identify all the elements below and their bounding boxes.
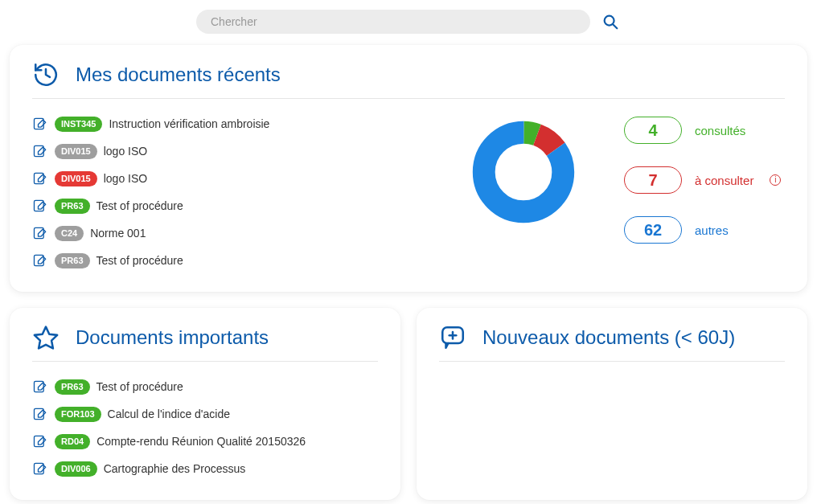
doc-label: Norme 001 <box>90 227 146 240</box>
newdocs-title: Nouveaux documents (< 60J) <box>482 326 735 349</box>
list-item[interactable]: RD04Compte-rendu Réunion Qualité 2015032… <box>32 428 378 455</box>
doc-label: Cartographie des Processus <box>104 462 246 475</box>
doc-tag: FOR103 <box>55 407 101 422</box>
edit-icon <box>32 143 48 159</box>
doc-tag: RD04 <box>55 434 90 449</box>
edit-icon <box>32 379 48 395</box>
stat-label: autres <box>695 223 729 237</box>
list-item[interactable]: PR63Test of procédure <box>32 373 378 400</box>
recent-list: INST345Instruction vérification ambroisi… <box>32 110 423 274</box>
stat-row: 4consultés <box>624 117 785 144</box>
list-item[interactable]: PR63Test of procédure <box>32 192 423 219</box>
list-item[interactable]: C24Norme 001 <box>32 219 423 247</box>
recent-title: Mes documents récents <box>76 64 281 86</box>
search-button[interactable] <box>600 11 621 32</box>
search-input[interactable] <box>196 10 590 34</box>
search-bar <box>10 10 807 34</box>
edit-icon <box>32 406 48 422</box>
search-icon <box>601 13 619 31</box>
edit-icon <box>32 252 48 268</box>
important-header: Documents importants <box>32 324 378 362</box>
doc-label: logo ISO <box>104 172 147 185</box>
important-list: PR63Test of procédureFOR103Calcul de l'i… <box>32 373 378 482</box>
edit-icon <box>32 170 48 186</box>
stat-value[interactable]: 7 <box>624 166 682 194</box>
doc-tag: PR63 <box>55 199 90 214</box>
important-documents-card: Documents importants PR63Test of procédu… <box>10 308 400 500</box>
important-title: Documents importants <box>76 326 269 349</box>
recent-header: Mes documents récents <box>32 61 785 99</box>
stat-label: consultés <box>695 124 745 137</box>
doc-label: Test of procédure <box>96 254 183 267</box>
doc-label: logo ISO <box>104 145 147 158</box>
stats-area: 4consultés7à consulteri62autres <box>624 110 785 244</box>
edit-icon <box>32 198 48 214</box>
list-item[interactable]: DIV015logo ISO <box>32 165 423 192</box>
doc-tag: DIV006 <box>55 461 97 477</box>
doc-label: Calcul de l'indice d'acide <box>108 408 230 420</box>
stat-value[interactable]: 62 <box>624 216 682 244</box>
stat-row: 62autres <box>624 216 785 244</box>
history-icon <box>32 61 60 88</box>
donut-chart <box>431 110 616 224</box>
doc-tag: PR63 <box>55 253 90 268</box>
doc-label: Compte-rendu Réunion Qualité 20150326 <box>96 435 306 448</box>
doc-tag: DIV015 <box>55 144 97 159</box>
doc-label: Test of procédure <box>96 380 183 393</box>
svg-line-1 <box>614 25 618 29</box>
list-item[interactable]: DIV015logo ISO <box>32 137 423 165</box>
list-item[interactable]: DIV006Cartographie des Processus <box>32 455 378 482</box>
doc-label: Test of procédure <box>96 199 183 212</box>
list-item[interactable]: FOR103Calcul de l'indice d'acide <box>32 400 378 428</box>
newdocs-header: Nouveaux documents (< 60J) <box>439 324 785 362</box>
doc-tag: INST345 <box>55 117 102 132</box>
edit-icon <box>32 116 48 132</box>
svg-marker-8 <box>35 327 57 349</box>
stat-row: 7à consulteri <box>624 166 785 194</box>
doc-tag: PR63 <box>55 379 90 395</box>
doc-tag: C24 <box>55 226 84 241</box>
add-comment-icon <box>439 324 466 351</box>
info-icon[interactable]: i <box>770 174 781 186</box>
svg-point-0 <box>605 16 614 26</box>
stat-label: à consulter <box>695 174 753 187</box>
edit-icon <box>32 461 48 477</box>
recent-documents-card: Mes documents récents INST345Instruction… <box>10 45 807 292</box>
star-icon <box>32 324 60 351</box>
doc-label: Instruction vérification ambroisie <box>109 117 269 130</box>
doc-tag: DIV015 <box>55 171 97 186</box>
edit-icon <box>32 433 48 449</box>
donut-segment <box>484 133 564 212</box>
new-documents-card: Nouveaux documents (< 60J) <box>417 308 807 500</box>
list-item[interactable]: INST345Instruction vérification ambroisi… <box>32 110 423 137</box>
edit-icon <box>32 225 48 241</box>
list-item[interactable]: PR63Test of procédure <box>32 247 423 274</box>
stat-value[interactable]: 4 <box>624 117 682 144</box>
